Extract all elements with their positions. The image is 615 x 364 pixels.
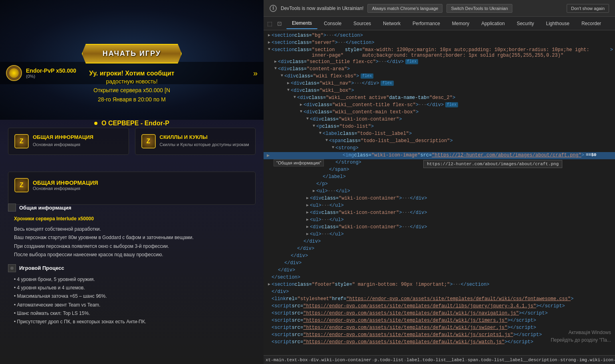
src-link[interactable]: "https://l2-hunter.com/about/images/abou… [432,152,581,158]
tab-security[interactable]: Security [511,18,540,29]
toggle-icon[interactable]: ▼ [311,124,316,128]
toggle-icon[interactable]: ▶ [305,203,310,208]
breadcrumb-4[interactable]: span.todo-list__label__description [468,358,557,362]
html-line[interactable]: ▶ <ul> ··· </ul> [264,231,615,238]
toggle-icon[interactable]: ▶ [305,210,310,215]
html-line[interactable]: ▼ <div class="wiki__box"> [264,87,615,95]
html-line[interactable]: ▶ <div class="wiki__nav"> ··· </div> fle… [264,80,615,87]
html-line[interactable]: ▼ <div class="wiki__content active" data… [264,95,615,102]
html-line[interactable]: ▶ <section class="server"> ··· </section… [264,40,615,47]
script-src[interactable]: "https://endor-pvp.com/assets/site/templ… [303,332,513,338]
toggle-icon[interactable]: ▶ [273,59,278,64]
breadcrumb-3[interactable]: label.todo-list__label [407,358,464,362]
toggle-icon[interactable]: ▶ [286,81,291,85]
link-href[interactable]: "https://endor-pvp.com/assets/site/templ… [346,296,571,302]
html-line[interactable]: </div> [264,238,615,245]
html-line[interactable]: </div> [264,260,615,267]
html-line[interactable]: ▼ <span class="todo-list__label__descrip… [264,138,615,145]
toggle-icon[interactable]: ▼ [331,145,335,150]
html-line[interactable]: </div> [264,267,615,274]
html-line[interactable]: ▶ <div class="wiki-icon-container"> ··· … [264,195,615,202]
toggle-icon[interactable]: ▶ [267,33,272,38]
tab-network[interactable]: Network [377,18,406,29]
html-line[interactable]: </div> [264,253,615,260]
html-line[interactable]: ▶ <div class="wiki-icon-container"> ··· … [264,224,615,231]
html-line[interactable]: ▶ <ul> ··· </ul> [264,217,615,224]
devtools-icon-cursor[interactable]: ⬚ [266,20,274,28]
html-line[interactable]: ▶ <div class="section__title flex-cc"> ·… [264,59,615,66]
html-line[interactable]: ▼ <div class="content-area"> [264,66,615,73]
toggle-icon[interactable]: ▶ [305,231,310,236]
always-match-btn[interactable]: Always match Chrome's language [367,4,442,13]
tab-lighthouse[interactable]: Lighthouse [540,18,575,29]
script-src[interactable]: "https://endor-pvp.com/assets/site/templ… [303,311,519,316]
script-src[interactable]: "https://endor-pvp.com/assets/site/templ… [303,318,507,323]
dont-show-btn[interactable]: Don't show again [567,4,609,13]
breadcrumb-0[interactable]: xt-main.text-box [266,358,308,362]
script-src[interactable]: "https://endor-pvp.com/assets/site/templ… [303,325,507,330]
html-line[interactable]: ▶ <section class="bg"> ··· </section> [264,32,615,40]
html-line[interactable]: <script src="https://endor-pvp.com/asset… [264,317,615,324]
html-line[interactable]: ▼ <div class="wiki flex-sbs"> flex [264,73,615,80]
toggle-icon[interactable]: ▶ [305,217,310,222]
toggle-icon[interactable]: ▶ [311,188,316,193]
tab-recorder[interactable]: Recorder [576,18,607,29]
html-line[interactable]: ▼ <section class="section inner-page" st… [264,47,615,59]
html-line-selected[interactable]: ▶ <img class="wiki-icon-image" src="http… [264,152,615,159]
script-src[interactable]: "https://endor-pvp.com/assets/site/templ… [303,303,536,309]
html-line[interactable]: ▶ <ul> ··· </ul> [264,202,615,210]
html-line[interactable]: ▶ <div class="wiki__content-title flex-s… [264,102,615,109]
html-line[interactable]: <script src="https://endor-pvp.com/asset… [264,310,615,317]
toggle-icon[interactable]: ▼ [280,73,284,78]
toggle-icon[interactable]: ▶ [267,40,272,45]
toggle-icon[interactable]: ▼ [299,109,304,114]
tab-elements[interactable]: Elements [286,18,317,29]
tab-sources[interactable]: Sources [348,18,377,29]
html-line[interactable]: <script src="https://endor-pvp.com/asset… [264,339,615,346]
html-line[interactable]: ▼ <strong> [264,145,615,152]
devtools-icon-device[interactable]: ⊡ [276,20,284,28]
breadcrumb-5[interactable]: strong [560,358,576,362]
html-line[interactable]: </div> [264,245,615,253]
html-line[interactable]: ▼ <div class="wiki__content-main text-bo… [264,109,615,116]
html-line[interactable]: </div> [264,289,615,296]
html-line[interactable]: </p> [264,181,615,188]
html-line[interactable]: </label> [264,174,615,181]
toggle-icon[interactable]: ▼ [318,131,323,135]
html-line[interactable]: ▶ <section class="footer" style=" margin… [264,281,615,289]
breadcrumb-1[interactable]: div.wiki-icon-container [311,358,371,362]
toggle-icon[interactable]: ▼ [324,138,329,142]
html-line[interactable]: </span> [264,166,615,174]
breadcrumb-2[interactable]: p.todo-list [375,358,404,362]
html-line[interactable]: <link rel="stylesheet" href="https://end… [264,296,615,303]
html-line[interactable]: ▼ <div class="wiki-icon-container"> [264,116,615,123]
toggle-icon[interactable]: ▶ [299,102,304,107]
category-card-1[interactable]: Z СКИЛЛЫ И КУКЛЫ Скиллы и Куклы которые … [135,128,256,155]
toggle-icon[interactable]: ▼ [305,117,310,121]
html-line[interactable]: ▼ <p class="todo-list"> [264,123,615,131]
toggle-icon[interactable]: ▶ [305,224,310,229]
toggle-icon[interactable]: ▼ [286,88,291,92]
category-card-0[interactable]: Z ОБЩАЯ ИНФОРМАЦИЯ Основная информация [8,128,129,155]
switch-devtools-btn[interactable]: Switch DevTools to Ukrainian [446,4,512,13]
tab-console[interactable]: Console [318,18,347,29]
html-line[interactable]: ▶ <div class="wiki-icon-container"> ··· … [264,210,615,217]
html-line[interactable]: ▶ <ul> ··· </ul> [264,188,615,195]
html-line[interactable]: ▼ <label class="todo-list__label"> [264,131,615,138]
breadcrumb-6[interactable]: img.wiki-icon-image [579,358,615,362]
tab-application[interactable]: Application [476,18,510,29]
toggle-icon[interactable]: ▼ [292,95,297,99]
toggle-icon[interactable]: ▶ [267,282,272,287]
html-line[interactable]: <script src="https://endor-pvp.com/asset… [264,332,615,339]
start-game-button[interactable]: НАЧАТЬ ИГРУ [82,44,182,63]
toggle-icon[interactable]: ▼ [273,66,278,71]
tab-performance[interactable]: Performance [407,18,446,29]
script-src[interactable]: "https://endor-pvp.com/assets/site/templ… [303,339,504,345]
tab-memory[interactable]: Memory [446,18,475,29]
devtools-html-content[interactable]: ▶ <section class="bg"> ··· </section> ▶ … [264,30,615,355]
html-line[interactable]: <script src="https://endor-pvp.com/asset… [264,303,615,310]
html-line[interactable]: </section> [264,274,615,281]
toggle-icon[interactable]: ▶ [305,196,310,200]
html-line[interactable]: <script src="https://endor-pvp.com/asset… [264,324,615,332]
toggle-icon[interactable]: ▼ [267,47,272,51]
